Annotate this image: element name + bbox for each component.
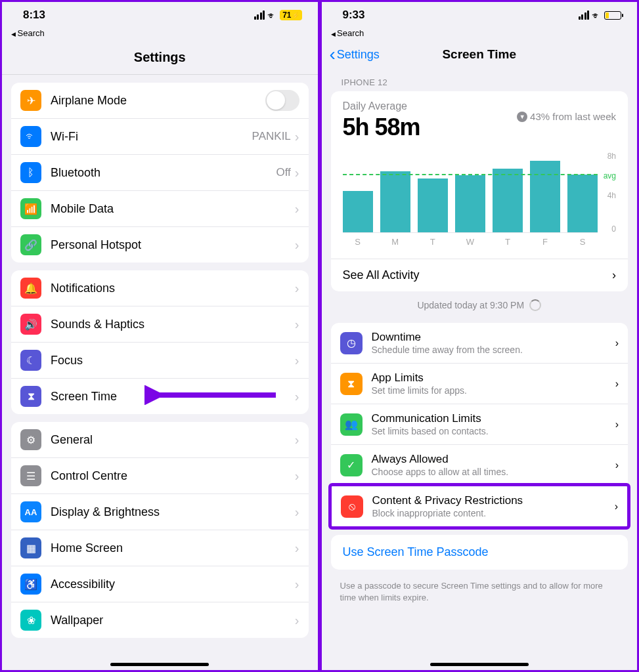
chevron-icon: › xyxy=(295,238,299,253)
wifi-status-icon: ᯤ xyxy=(267,10,277,21)
settings-row-general[interactable]: ⚙General› xyxy=(11,422,309,458)
home-indicator[interactable] xyxy=(110,663,209,666)
option-title: Downtime xyxy=(372,331,615,344)
option-always-allowed[interactable]: ✓Always AllowedChoose apps to allow at a… xyxy=(331,445,628,486)
person-icon: ♿ xyxy=(20,574,41,595)
no-icon: ⦸ xyxy=(341,495,363,518)
option-comm-limits[interactable]: 👥Communication LimitsSet limits based on… xyxy=(331,404,628,445)
settings-row-bluetooth[interactable]: ᛒBluetoothOff› xyxy=(11,155,309,191)
status-bar: 9:33 ᯤ xyxy=(322,2,638,28)
row-label: Wi-Fi xyxy=(51,130,252,144)
clock: 9:33 xyxy=(343,9,365,22)
screen-time-screen: 9:33 ᯤ Search ‹ Settings Screen Time iPh… xyxy=(320,0,640,672)
settings-row-wallpaper[interactable]: ❀Wallpaper› xyxy=(11,602,309,638)
chart-category: T xyxy=(418,237,448,247)
settings-row-mobile-data[interactable]: 📶Mobile Data› xyxy=(11,191,309,227)
bell-icon: 🔔 xyxy=(20,278,41,299)
avg-label: avg xyxy=(604,171,616,180)
settings-screen: 8:13 ᯤ 71⚡ Search Settings ✈Airplane Mod… xyxy=(0,0,320,672)
page-title: Screen Time xyxy=(442,47,516,62)
chevron-icon: › xyxy=(295,281,299,296)
chevron-icon: › xyxy=(295,505,299,520)
toggle[interactable] xyxy=(265,90,299,111)
settings-row-notifications[interactable]: 🔔Notifications› xyxy=(11,270,309,306)
chart-category: F xyxy=(530,237,560,247)
chart-category: M xyxy=(380,237,410,247)
chart-bar xyxy=(567,175,598,233)
check-icon: ✓ xyxy=(340,454,363,476)
chevron-icon: › xyxy=(295,129,299,144)
speaker-icon: 🔊 xyxy=(20,314,41,335)
chevron-icon: › xyxy=(295,469,299,484)
chevron-icon: › xyxy=(295,613,299,628)
highlight-annotation: ⦸Content & Privacy RestrictionsBlock ina… xyxy=(328,483,631,530)
chevron-icon: › xyxy=(295,389,299,404)
option-subtitle: Schedule time away from the screen. xyxy=(372,345,615,355)
chevron-icon: › xyxy=(295,317,299,332)
breadcrumb[interactable]: Search xyxy=(2,28,318,42)
page-title: Settings xyxy=(2,42,318,75)
moon-icon: ☾ xyxy=(20,350,41,371)
settings-row-hotspot[interactable]: 🔗Personal Hotspot› xyxy=(11,227,309,262)
row-label: Personal Hotspot xyxy=(51,238,295,252)
home-indicator[interactable] xyxy=(430,663,529,666)
nav-header: ‹ Settings Screen Time xyxy=(322,42,638,68)
spinner-icon xyxy=(529,299,541,311)
wifi-status-icon: ᯤ xyxy=(592,10,602,21)
option-title: Always Allowed xyxy=(372,453,615,466)
settings-row-sounds[interactable]: 🔊Sounds & Haptics› xyxy=(11,306,309,343)
option-content-privacy[interactable]: ⦸Content & Privacy RestrictionsBlock ina… xyxy=(332,486,628,526)
settings-row-display[interactable]: AADisplay & Brightness› xyxy=(11,494,309,530)
settings-row-home-screen[interactable]: ▦Home Screen› xyxy=(11,530,309,566)
link-icon: 🔗 xyxy=(20,234,41,255)
option-app-limits[interactable]: ⧗App LimitsSet time limits for apps.› xyxy=(331,364,628,404)
settings-row-airplane[interactable]: ✈Airplane Mode xyxy=(11,83,309,119)
cellular-icon xyxy=(579,10,590,20)
wifi-icon: ᯤ xyxy=(20,126,41,147)
chevron-icon: › xyxy=(295,432,299,448)
row-label: Home Screen xyxy=(51,541,295,555)
chevron-icon: › xyxy=(295,353,299,368)
row-label: Airplane Mode xyxy=(51,94,265,108)
breadcrumb[interactable]: Search xyxy=(322,28,638,42)
people-icon: 👥 xyxy=(340,413,363,436)
updated-label: Updated today at 9:30 PM xyxy=(322,299,638,311)
settings-row-focus[interactable]: ☾Focus› xyxy=(11,343,309,379)
settings-row-screen-time[interactable]: ⧗Screen Time› xyxy=(11,379,309,414)
axis-tick: 0 xyxy=(611,224,616,234)
aa-icon: AA xyxy=(20,501,41,522)
settings-row-control-centre[interactable]: ☰Control Centre› xyxy=(11,458,309,494)
chart-bar xyxy=(530,161,560,233)
row-label: Focus xyxy=(51,354,295,368)
see-all-activity[interactable]: See All Activity › xyxy=(331,259,628,291)
hourglass-icon: ⧗ xyxy=(20,386,41,407)
chart-category: W xyxy=(455,237,485,247)
row-label: Sounds & Haptics xyxy=(51,318,295,331)
row-label: Mobile Data xyxy=(51,202,295,216)
chevron-icon: › xyxy=(615,337,619,349)
option-title: Communication Limits xyxy=(372,412,615,425)
usage-chart: 8h 4h 0 avg SMTWTFS xyxy=(343,154,617,247)
settings-group: ✈Airplane ModeᯤWi-FiPANKIL›ᛒBluetoothOff… xyxy=(11,83,309,262)
row-label: Accessibility xyxy=(51,578,295,591)
row-value: Off xyxy=(276,166,290,179)
option-subtitle: Set time limits for apps. xyxy=(372,385,615,396)
settings-row-accessibility[interactable]: ♿Accessibility› xyxy=(11,566,309,602)
chart-bar xyxy=(380,171,410,232)
settings-row-wifi[interactable]: ᯤWi-FiPANKIL› xyxy=(11,119,309,155)
settings-group: 🔔Notifications›🔊Sounds & Haptics›☾Focus›… xyxy=(11,270,309,414)
passcode-group: Use Screen Time Passcode xyxy=(331,535,628,570)
chevron-icon: › xyxy=(612,268,616,282)
use-passcode-link[interactable]: Use Screen Time Passcode xyxy=(331,535,628,570)
battery-indicator: 71⚡ xyxy=(280,10,301,20)
gear-icon: ⚙ xyxy=(20,429,41,450)
option-downtime[interactable]: ◷DowntimeSchedule time away from the scr… xyxy=(331,323,628,364)
switches-icon: ☰ xyxy=(20,465,41,486)
usage-card[interactable]: Daily Average 5h 58m ▼ 43% from last wee… xyxy=(331,91,628,291)
back-button[interactable]: ‹ Settings xyxy=(330,44,380,65)
chart-category: S xyxy=(343,237,373,247)
chevron-icon: › xyxy=(295,541,299,556)
clock-icon: ◷ xyxy=(340,332,363,354)
chevron-icon: › xyxy=(295,201,299,217)
down-icon: ▼ xyxy=(517,112,527,122)
